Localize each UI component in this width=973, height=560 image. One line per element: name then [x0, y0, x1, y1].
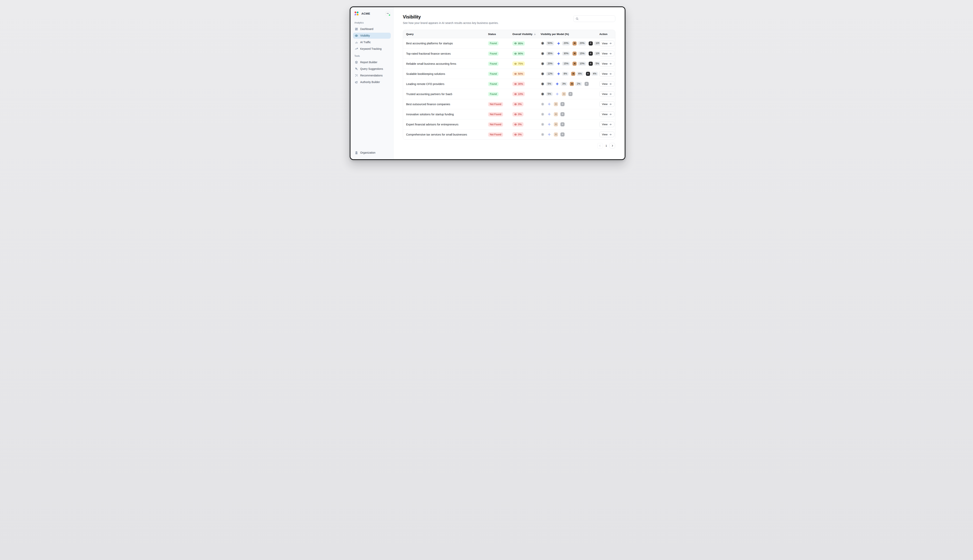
sidebar-item-organization[interactable]: Organization	[353, 150, 391, 156]
sidebar-item-authority-builder[interactable]: Authority Builder	[353, 79, 391, 85]
view-button[interactable]: View	[599, 122, 614, 127]
wand-icon	[355, 74, 358, 77]
model-group-perplexity: ✳	[560, 132, 565, 137]
models-cell: ❋A\✳	[541, 122, 599, 127]
sidebar: ACME SJ AnalyticsDashboardVisibilityAI T…	[351, 7, 393, 159]
eye-icon	[514, 83, 517, 85]
openai-icon: ❋	[541, 122, 545, 127]
arrow-right-icon	[609, 113, 612, 116]
query-cell: Trusted accounting partners for SaaS	[406, 93, 488, 96]
status-badge: Not Found	[488, 112, 503, 117]
status-badge: Not Found	[488, 102, 503, 107]
view-button[interactable]: View	[599, 41, 614, 46]
model-group-anthropic: A\	[554, 132, 558, 137]
openai-icon: ❋	[541, 112, 545, 116]
sparkles-icon	[355, 67, 358, 71]
anthropic-icon: A\	[571, 72, 575, 76]
status-badge: Found	[488, 62, 498, 66]
arrow-right-icon	[609, 103, 612, 106]
view-button[interactable]: View	[599, 91, 614, 97]
model-visibility-chip: 20%	[562, 41, 570, 45]
sidebar-footer: Organization	[353, 150, 391, 156]
sidebar-item-ai-traffic[interactable]: AI Traffic	[353, 39, 391, 45]
model-group-perplexity: ✳5%	[588, 62, 601, 66]
acme-logo-icon	[354, 10, 359, 16]
table-body: Best accounting platforms for startups F…	[403, 38, 615, 139]
column-header-models: Visibility per Model (%)	[541, 33, 599, 36]
sidebar-item-dashboard[interactable]: Dashboard	[353, 26, 391, 32]
model-group-perplexity: ✳	[560, 102, 565, 106]
sidebar-item-label: Authority Builder	[360, 81, 380, 83]
column-header-overall-visibility[interactable]: Overall Visibility	[512, 33, 541, 36]
overall-visibility-badge: 0%	[512, 132, 523, 137]
query-cell: Comprehensive tax services for small bus…	[406, 133, 488, 136]
models-cell: ❋5%A\✳	[541, 92, 599, 96]
eye-icon	[514, 103, 517, 106]
models-cell: ❋50%20%A\20%✳10%	[541, 41, 599, 45]
model-group-gemini: 15%	[557, 62, 570, 66]
sidebar-item-recommendations[interactable]: Recommendations	[353, 73, 391, 78]
model-group-anthropic: A\20%	[572, 41, 586, 45]
previous-page-button[interactable]	[597, 143, 603, 148]
chevron-left-icon	[599, 145, 601, 147]
next-page-button[interactable]	[610, 143, 615, 148]
overall-visibility-badge: 95%	[512, 41, 525, 46]
view-button[interactable]: View	[599, 112, 614, 117]
view-button[interactable]: View	[599, 81, 614, 87]
perplexity-icon: ✳	[588, 52, 593, 56]
openai-icon: ❋	[541, 42, 545, 45]
view-button[interactable]: View	[599, 61, 614, 67]
pagination: 1	[403, 143, 615, 148]
view-button[interactable]: View	[599, 71, 614, 77]
status-badge: Found	[488, 82, 498, 86]
model-group-gemini: 20%	[557, 41, 570, 45]
sidebar-spacer	[353, 88, 391, 150]
model-visibility-chip: 5%	[546, 82, 553, 86]
search-input[interactable]	[580, 17, 613, 20]
model-group-gemini: 3%	[555, 82, 567, 86]
page-header: Visibility See how your brand appears in…	[403, 14, 615, 25]
view-button[interactable]: View	[599, 132, 614, 137]
sidebar-item-report-builder[interactable]: Report Builder	[353, 59, 391, 65]
sidebar-item-label: Dashboard	[360, 28, 373, 30]
search-icon	[576, 17, 578, 20]
openai-icon: ❋	[541, 132, 545, 137]
anthropic-icon: A\	[572, 62, 577, 66]
trending-up-icon	[355, 47, 358, 50]
sort-desc-icon[interactable]	[533, 33, 536, 35]
status-badge: Found	[488, 72, 498, 76]
status-badge: Found	[488, 41, 498, 45]
perplexity-icon: ✳	[560, 102, 565, 106]
view-button[interactable]: View	[599, 51, 614, 57]
eye-icon	[514, 113, 517, 116]
sidebar-item-label: Visibility	[360, 34, 370, 37]
perplexity-icon: ✳	[588, 42, 593, 45]
table-row: Reliable small business accounting firms…	[403, 58, 615, 68]
table-row: Best outsourced finance companies Not Fo…	[403, 99, 615, 109]
openai-icon: ❋	[541, 82, 545, 86]
query-cell: Best outsourced finance companies	[406, 103, 488, 106]
model-group-gemini	[555, 92, 559, 96]
chevron-right-icon	[611, 145, 614, 147]
status-badge: Found	[488, 92, 498, 96]
sidebar-item-keyword-tracking[interactable]: Keyword Tracking	[353, 46, 391, 52]
perplexity-icon: ✳	[560, 132, 565, 137]
query-cell: Innovative solutions for startup funding	[406, 113, 488, 116]
view-button[interactable]: View	[599, 101, 614, 107]
arrow-right-icon	[609, 52, 612, 55]
models-cell: ❋20%15%A\10%✳5%	[541, 62, 599, 66]
model-visibility-chip: 12%	[546, 72, 554, 76]
overall-visibility-badge: 90%	[512, 51, 525, 56]
status-badge: Found	[488, 52, 498, 56]
models-cell: ❋5%3%A\2%✳	[541, 82, 599, 86]
search-box[interactable]	[573, 15, 615, 22]
avatar-initials: SJ	[387, 12, 389, 14]
gemini-icon	[547, 102, 551, 106]
models-cell: ❋12%8%A\6%✳4%	[541, 72, 599, 76]
perplexity-icon: ✳	[560, 112, 565, 116]
avatar[interactable]: SJ	[385, 11, 390, 16]
model-group-perplexity: ✳	[585, 82, 588, 86]
overall-visibility-badge: 30%	[512, 82, 525, 86]
sidebar-item-query-suggestions[interactable]: Query Suggestions	[353, 66, 391, 72]
sidebar-item-visibility[interactable]: Visibility	[353, 33, 391, 39]
